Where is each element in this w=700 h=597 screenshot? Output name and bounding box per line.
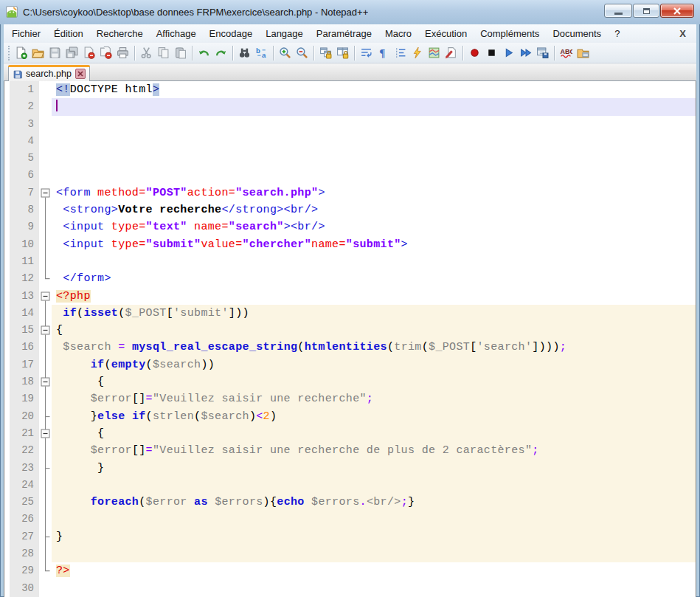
code-text[interactable] bbox=[52, 545, 696, 562]
user-language-icon[interactable] bbox=[409, 44, 426, 62]
save-icon[interactable] bbox=[46, 44, 63, 62]
code-text[interactable]: <!DOCTYPE html> bbox=[52, 81, 696, 98]
menu-item-dition[interactable]: Édition bbox=[47, 25, 90, 42]
code-text[interactable]: <input type="submit"value="chercher"name… bbox=[52, 236, 696, 253]
menu-item-macro[interactable]: Macro bbox=[378, 25, 418, 42]
open-in-explorer-icon[interactable] bbox=[575, 44, 592, 62]
code-text[interactable]: if(empty($search)) bbox=[52, 356, 696, 373]
close-button[interactable] bbox=[660, 4, 694, 18]
macro-record-icon[interactable] bbox=[466, 44, 483, 62]
fold-margin bbox=[39, 390, 52, 407]
print-icon[interactable] bbox=[114, 44, 131, 62]
zoom-in-icon[interactable] bbox=[277, 44, 294, 62]
code-text[interactable]: }else if(strlen($search)<2) bbox=[52, 408, 696, 425]
tab-search-php[interactable]: search.php bbox=[8, 65, 90, 81]
indent-guide-icon[interactable] bbox=[392, 44, 409, 62]
macro-run-multiple-icon[interactable] bbox=[517, 44, 534, 62]
close-all-icon[interactable] bbox=[97, 44, 114, 62]
macro-stop-icon[interactable] bbox=[483, 44, 500, 62]
fold-margin bbox=[39, 305, 52, 322]
menu-item-fichier[interactable]: Fichier bbox=[5, 25, 47, 42]
fold-collapse-icon[interactable] bbox=[39, 288, 52, 305]
menu-item-affichage[interactable]: Affichage bbox=[150, 25, 203, 42]
menu-item-documents[interactable]: Documents bbox=[546, 25, 608, 42]
line-number: 22 bbox=[10, 442, 39, 459]
code-text[interactable] bbox=[52, 133, 696, 150]
cut-icon[interactable] bbox=[138, 44, 155, 62]
editor[interactable]: 1<!DOCTYPE html>234567<form method="POST… bbox=[4, 81, 696, 597]
line-number: 14 bbox=[10, 305, 39, 322]
code-text[interactable] bbox=[52, 253, 696, 270]
code-text[interactable] bbox=[52, 150, 696, 167]
find-icon[interactable] bbox=[236, 44, 253, 62]
menu-item-?[interactable]: ? bbox=[608, 25, 626, 42]
svg-text:a: a bbox=[262, 51, 266, 59]
fold-collapse-icon[interactable] bbox=[39, 425, 52, 442]
paste-icon[interactable] bbox=[172, 44, 189, 62]
show-all-chars-icon[interactable]: ¶ bbox=[375, 44, 392, 62]
tab-close-icon[interactable] bbox=[75, 69, 86, 79]
editor-line-15: 15{ bbox=[10, 322, 696, 339]
code-text[interactable] bbox=[52, 477, 696, 494]
toolbar-separator bbox=[134, 46, 135, 61]
code-text[interactable]: </form> bbox=[52, 270, 696, 287]
menu-item-paramtrage[interactable]: Paramétrage bbox=[310, 25, 378, 42]
fold-margin bbox=[39, 236, 52, 253]
menu-item-recherche[interactable]: Recherche bbox=[90, 25, 150, 42]
macro-play-icon[interactable] bbox=[500, 44, 517, 62]
menu-item-complments[interactable]: Compléments bbox=[474, 25, 546, 42]
editor-line-30: 30 bbox=[10, 580, 696, 597]
redo-icon[interactable] bbox=[212, 44, 229, 62]
code-text[interactable] bbox=[52, 511, 696, 528]
code-text[interactable] bbox=[52, 167, 696, 184]
sync-scroll-h-icon[interactable] bbox=[334, 44, 351, 62]
copy-icon[interactable] bbox=[155, 44, 172, 62]
code-text[interactable]: <form method="POST"action="search.php"> bbox=[52, 184, 696, 201]
document-map-icon[interactable] bbox=[426, 44, 443, 62]
macro-save-icon[interactable] bbox=[534, 44, 551, 62]
menu-item-encodage[interactable]: Encodage bbox=[203, 25, 260, 42]
code-text[interactable] bbox=[52, 98, 696, 115]
code-text[interactable] bbox=[52, 116, 696, 133]
code-text[interactable]: { bbox=[52, 373, 696, 390]
code-text[interactable]: { bbox=[52, 322, 696, 339]
code-text[interactable]: ?> bbox=[52, 562, 696, 579]
minimize-button[interactable] bbox=[604, 4, 632, 18]
code-text[interactable]: { bbox=[52, 425, 696, 442]
function-list-icon[interactable] bbox=[443, 44, 460, 62]
word-wrap-icon[interactable] bbox=[358, 44, 375, 62]
fold-collapse-icon[interactable] bbox=[39, 322, 52, 339]
svg-text:ABC: ABC bbox=[561, 48, 572, 55]
editor-line-27: 27} bbox=[10, 528, 696, 545]
code-text[interactable]: $search = mysql_real_escape_string(htmle… bbox=[52, 339, 696, 356]
spell-check-icon[interactable]: ABC bbox=[558, 44, 575, 62]
title-bar[interactable]: C:\Users\coykoo\Desktop\base donnees FRP… bbox=[0, 0, 700, 24]
line-number: 16 bbox=[10, 339, 39, 356]
code-text[interactable]: <input type="text" name="search"><br/> bbox=[52, 218, 696, 235]
zoom-out-icon[interactable] bbox=[294, 44, 311, 62]
new-file-icon[interactable] bbox=[13, 44, 30, 62]
close-file-icon[interactable] bbox=[80, 44, 97, 62]
code-text[interactable]: <strong>Votre recherche</strong><br/> bbox=[52, 201, 696, 218]
code-text[interactable] bbox=[52, 580, 696, 597]
code-text[interactable]: } bbox=[52, 528, 696, 545]
code-text[interactable]: $error[]="Veuillez saisir une recherche"… bbox=[52, 390, 696, 407]
save-all-icon[interactable] bbox=[63, 44, 80, 62]
restore-button[interactable] bbox=[633, 4, 659, 18]
open-file-icon[interactable] bbox=[30, 44, 46, 62]
menu-close-x[interactable]: X bbox=[670, 28, 695, 39]
code-text[interactable]: } bbox=[52, 460, 696, 477]
line-number: 5 bbox=[10, 150, 39, 167]
sync-scroll-v-icon[interactable] bbox=[317, 44, 334, 62]
replace-icon[interactable]: ba bbox=[253, 44, 270, 62]
fold-collapse-icon[interactable] bbox=[39, 373, 52, 390]
code-text[interactable]: <?php bbox=[52, 288, 696, 305]
code-text[interactable]: $error[]="Veuillez saisir une recherche … bbox=[52, 442, 696, 459]
fold-collapse-icon[interactable] bbox=[39, 184, 52, 201]
code-text[interactable]: foreach($error as $errors){echo $errors.… bbox=[52, 494, 696, 511]
editor-line-8: 8 <strong>Votre recherche</strong><br/> bbox=[10, 201, 696, 218]
code-text[interactable]: if(isset($_POST['submit'])) bbox=[52, 305, 696, 322]
undo-icon[interactable] bbox=[195, 44, 212, 62]
menu-item-excution[interactable]: Exécution bbox=[418, 25, 474, 42]
menu-item-langage[interactable]: Langage bbox=[259, 25, 310, 42]
